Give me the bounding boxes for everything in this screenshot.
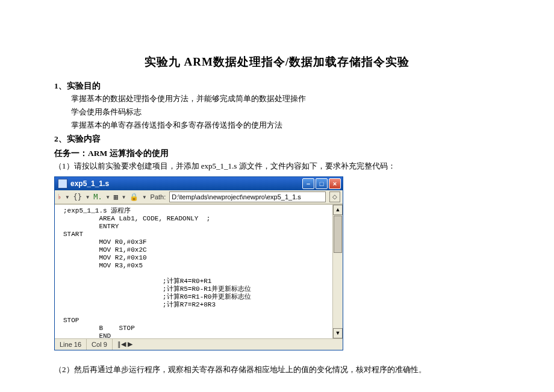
- code-line: MOV R1,#0x2C: [63, 246, 147, 254]
- vertical-scrollbar[interactable]: ▲ ▼: [332, 205, 343, 338]
- toolbar-icon[interactable]: ♭: [57, 193, 61, 201]
- lock-icon[interactable]: 🔒: [129, 193, 138, 201]
- scroll-down-button[interactable]: ▼: [333, 328, 343, 338]
- goal-line: 掌握基本的单寄存器传送指令和多寄存器传送指令的使用方法: [71, 119, 500, 131]
- code-line: AREA Lab1, CODE, READONLY ;: [63, 215, 210, 222]
- file-icon: [58, 179, 67, 188]
- section2-heading: 2、实验内容: [54, 134, 500, 145]
- maximize-button[interactable]: □: [316, 178, 328, 189]
- status-line-indicator: Line 16: [55, 339, 87, 350]
- status-col-indicator: Col 9: [87, 339, 113, 350]
- toolbar-separator: ▾: [106, 193, 110, 201]
- toolbar-separator: ▾: [142, 193, 146, 201]
- code-line: MOV R2,#0x10: [63, 254, 147, 261]
- goal-line: 掌握基本的数据处理指令使用方法，并能够完成简单的数据处理操作: [71, 93, 500, 105]
- document-page: 实验九 ARM数据处理指令/数据加载存储指令实验 1、实验目的 掌握基本的数据处…: [0, 0, 554, 392]
- task1-heading: 任务一：ARM 运算指令的使用: [54, 148, 500, 159]
- code-line: ENTRY: [63, 223, 119, 230]
- code-line: MOV R3,#0x5: [63, 262, 143, 269]
- code-line: STOP: [63, 317, 79, 324]
- close-button[interactable]: ×: [329, 178, 341, 189]
- code-line: START: [63, 231, 83, 238]
- code-area[interactable]: ;exp5_1_1.s 源程序 AREA Lab1, CODE, READONL…: [55, 204, 343, 338]
- document-title: 实验九 ARM数据处理指令/数据加载存储指令实验: [54, 54, 500, 70]
- code-line: ;计算R6=R1-R0并更新标志位: [63, 293, 251, 300]
- minimize-button[interactable]: –: [302, 178, 314, 189]
- toolbar-separator: ▾: [86, 193, 90, 201]
- path-label: Path:: [151, 193, 166, 201]
- path-field[interactable]: D:\temp\ads\newproject\newpro\exp5_1_1.s: [169, 191, 326, 202]
- section1-heading: 1、实验目的: [54, 81, 500, 92]
- grid-icon[interactable]: ▦: [114, 193, 118, 201]
- code-line: ;计算R4=R0+R1: [63, 278, 211, 285]
- toolbar-separator: ▾: [65, 193, 69, 201]
- code-line: ;计算R7=R2+8R3: [63, 301, 216, 308]
- editor-toolbar: ♭ ▾ {} ▾ M. ▾ ▦ ▾ 🔒 ▾ Path: D:\temp\ads\…: [55, 190, 343, 204]
- status-bar: Line 16 Col 9 ‖◀ ▶: [55, 338, 343, 350]
- code-line: ;计算R5=R0-R1并更新标志位: [63, 285, 251, 293]
- goal-line: 学会使用条件码标志: [71, 106, 500, 118]
- code-editor-window: exp5_1_1.s – □ × ♭ ▾ {} ▾ M. ▾ ▦ ▾ 🔒 ▾ P…: [54, 176, 343, 350]
- code-line: B STOP: [63, 325, 135, 332]
- code-line: MOV R0,#0x3F: [63, 238, 147, 246]
- braces-icon[interactable]: {}: [73, 193, 81, 201]
- task1-paragraph: （1）请按以前实验要求创建项目，并添加 exp5_1_1.s 源文件，文件内容如…: [54, 160, 500, 172]
- code-line: END: [63, 332, 111, 338]
- code-content: ;exp5_1_1.s 源程序 AREA Lab1, CODE, READONL…: [55, 205, 343, 338]
- toolbar-separator: ▾: [122, 193, 126, 201]
- window-titlebar[interactable]: exp5_1_1.s – □ ×: [55, 177, 343, 190]
- status-extra: ‖◀ ▶: [113, 339, 343, 350]
- window-buttons: – □ ×: [302, 178, 341, 189]
- path-go-button[interactable]: ◇: [329, 191, 340, 202]
- task1-paragraph2: （2）然后再通过单步运行程序，观察相关寄存器和存储器相应地址上的值的变化情况，核…: [54, 364, 500, 376]
- m-icon[interactable]: M.: [93, 193, 102, 201]
- window-title: exp5_1_1.s: [70, 179, 302, 188]
- code-line: ;exp5_1_1.s 源程序: [63, 207, 131, 214]
- scroll-up-button[interactable]: ▲: [333, 205, 343, 215]
- scroll-thumb[interactable]: [334, 216, 342, 253]
- section1-body: 掌握基本的数据处理指令使用方法，并能够完成简单的数据处理操作 学会使用条件码标志…: [54, 93, 500, 131]
